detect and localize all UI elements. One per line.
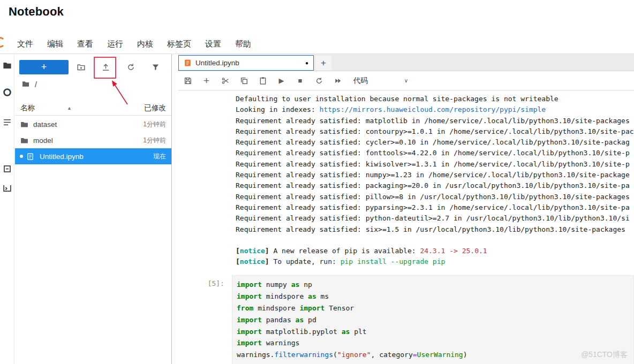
file-row-dataset[interactable]: dataset1分钟前 xyxy=(15,116,171,132)
cell-output-area: Defaulting to user installation because … xyxy=(236,94,634,268)
cell-type-value: 代码 xyxy=(353,76,368,86)
menu-item-view[interactable]: 查看 xyxy=(70,39,100,49)
filter-button[interactable] xyxy=(148,59,164,75)
notebook-content[interactable]: Defaulting to user installation because … xyxy=(178,90,634,364)
menu-item-run[interactable]: 运行 xyxy=(100,39,130,49)
output-line: Looking in indexes: https://mirrors.huaw… xyxy=(236,104,634,115)
menu-item-help[interactable]: 帮助 xyxy=(228,39,258,49)
column-header-name[interactable]: 名称 xyxy=(20,103,35,113)
file-modified: 1分钟前 xyxy=(143,136,166,145)
paste-cell-button[interactable] xyxy=(253,73,272,88)
code-line: import numpy as np xyxy=(237,279,629,291)
output-line: [notice] A new release of pip is availab… xyxy=(236,246,634,256)
file-name: model xyxy=(33,136,53,145)
main-area: Untitled.ipynb ● + + ▶ ■ xyxy=(178,54,634,364)
code-line: import warnings xyxy=(237,337,629,349)
menu-item-tabs[interactable]: 标签页 xyxy=(160,39,198,49)
menu-item-settings[interactable]: 设置 xyxy=(198,39,228,49)
watermark: @51CTO博客 xyxy=(581,350,628,360)
output-line: Requirement already satisfied: packaging… xyxy=(236,180,634,191)
file-modified: 1分钟前 xyxy=(143,120,166,129)
file-list-header: 名称 ▲ 已修改 xyxy=(15,101,171,116)
menu-item-edit[interactable]: 编辑 xyxy=(40,39,70,49)
notebook-file-icon xyxy=(184,59,192,67)
running-sessions-icon[interactable] xyxy=(2,87,12,97)
output-line: Defaulting to user installation because … xyxy=(236,94,634,104)
chevron-down-icon: ∨ xyxy=(404,78,408,84)
activity-bar xyxy=(0,54,14,364)
tab-title: Untitled.ipynb xyxy=(195,59,239,67)
output-line: Requirement already satisfied: numpy>=1.… xyxy=(236,170,634,180)
notebook-icon xyxy=(26,152,36,161)
output-line: Requirement already satisfied: pyparsing… xyxy=(236,202,634,213)
file-name: dataset xyxy=(33,120,57,128)
file-list: dataset1分钟前model1分钟前Untitled.ipynb现在 xyxy=(15,116,171,164)
output-line: Requirement already satisfied: kiwisolve… xyxy=(236,159,634,170)
menu-bar: 文件编辑查看运行内核标签页设置帮助 xyxy=(10,35,258,52)
folder-icon xyxy=(20,136,29,145)
file-modified: 现在 xyxy=(153,152,166,161)
menu-item-kernel[interactable]: 内核 xyxy=(130,39,160,49)
file-browser-icon[interactable] xyxy=(2,60,12,71)
file-name: Untitled.ipynb xyxy=(40,153,84,161)
output-line xyxy=(236,235,634,246)
folder-icon xyxy=(20,120,29,129)
tab-untitled-ipynb[interactable]: Untitled.ipynb ● xyxy=(178,55,314,71)
code-cell: [5]: import numpy as npimport mindspore … xyxy=(178,275,634,364)
upload-button[interactable] xyxy=(98,59,114,75)
insert-cell-button[interactable]: + xyxy=(197,73,216,88)
unsaved-dot-icon[interactable]: ● xyxy=(305,60,308,66)
new-launcher-button[interactable]: + xyxy=(19,60,69,74)
output-line: Requirement already satisfied: pillow>=8… xyxy=(236,192,634,202)
restart-kernel-button[interactable] xyxy=(310,73,328,88)
output-line: Requirement already satisfied: cycler>=0… xyxy=(236,137,634,148)
sort-ascending-icon[interactable]: ▲ xyxy=(67,105,72,111)
file-row-untitled-ipynb[interactable]: Untitled.ipynb现在 xyxy=(15,148,171,164)
cut-cell-button[interactable] xyxy=(216,73,235,88)
column-header-modified[interactable]: 已修改 xyxy=(145,103,167,113)
file-row-model[interactable]: model1分钟前 xyxy=(15,132,171,148)
tab-bar: Untitled.ipynb ● + xyxy=(178,54,634,71)
menu-item-file[interactable]: 文件 xyxy=(10,39,40,49)
code-line: import mindspore as ms xyxy=(237,291,629,302)
restart-run-all-button[interactable] xyxy=(328,73,347,88)
new-folder-button[interactable] xyxy=(73,59,89,75)
execution-count: [5]: xyxy=(178,275,232,364)
jupyter-notebook-app: Notebook 文件编辑查看运行内核标签页设置帮助 + xyxy=(0,0,634,364)
folder-icon xyxy=(21,80,30,90)
code-line: import pandas as pd xyxy=(237,314,629,326)
output-line: Requirement already satisfied: six>=1.5 … xyxy=(236,224,634,235)
table-of-contents-icon[interactable] xyxy=(2,117,12,127)
cell-type-dropdown[interactable]: 代码 ∨ xyxy=(353,76,408,86)
output-line: Requirement already satisfied: matplotli… xyxy=(236,116,634,126)
save-button[interactable] xyxy=(178,73,197,88)
terminal-icon[interactable] xyxy=(2,183,12,193)
file-browser-panel: + / 名称 xyxy=(15,54,172,364)
file-browser-toolbar: + xyxy=(19,59,168,75)
new-tab-button[interactable]: + xyxy=(315,56,331,70)
interrupt-kernel-button[interactable]: ■ xyxy=(291,73,310,88)
page-title: Notebook xyxy=(9,5,64,19)
copy-cell-button[interactable] xyxy=(235,73,253,88)
breadcrumb[interactable]: / xyxy=(21,79,37,90)
code-editor[interactable]: import numpy as npimport mindspore as ms… xyxy=(232,275,634,364)
code-line: import matplotlib.pyplot as plt xyxy=(237,326,629,338)
output-line: Requirement already satisfied: contourpy… xyxy=(236,126,634,137)
notebook-toolbar: + ▶ ■ 代码 ∨ xyxy=(178,71,634,90)
output-line: Requirement already satisfied: fonttools… xyxy=(236,148,634,158)
code-line: warnings.filterwarnings("ignore", catego… xyxy=(237,349,629,361)
refresh-button[interactable] xyxy=(123,59,139,75)
output-line: [notice] To update, run: pip install --u… xyxy=(236,256,634,267)
unsaved-dot-icon xyxy=(20,155,23,158)
extensions-icon[interactable] xyxy=(2,164,12,174)
app-logo-icon xyxy=(0,37,5,48)
breadcrumb-root[interactable]: / xyxy=(35,80,37,89)
output-line: Requirement already satisfied: python-da… xyxy=(236,213,634,224)
code-line: from mindspore import Tensor xyxy=(237,302,629,314)
run-cell-button[interactable]: ▶ xyxy=(272,73,291,88)
